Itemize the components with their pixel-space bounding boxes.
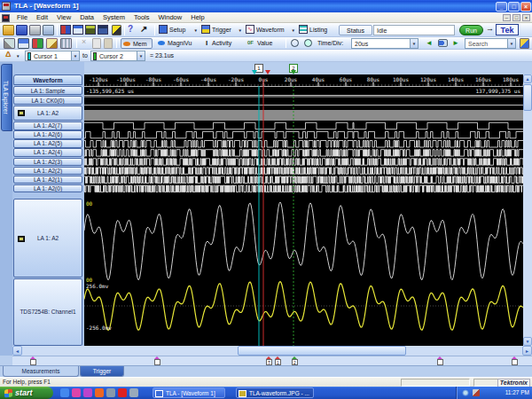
zoom-out-icon[interactable] xyxy=(291,39,299,47)
print-icon[interactable] xyxy=(29,25,41,35)
scroll-left-icon[interactable]: ◄ xyxy=(12,346,22,356)
delta-icon[interactable]: Δ xyxy=(5,50,11,59)
quicklaunch-icon-3[interactable] xyxy=(83,388,92,397)
cursor2-combo[interactable]: Cursor 2 ▼ xyxy=(90,51,145,61)
tray-network-icon[interactable] xyxy=(462,389,469,396)
chevron-down-icon[interactable]: ▼ xyxy=(507,39,515,48)
activity-button[interactable]: I Activity xyxy=(204,38,243,49)
quicklaunch-icon-7[interactable] xyxy=(129,388,138,397)
start-button[interactable]: start xyxy=(0,387,53,399)
open-icon[interactable] xyxy=(3,25,14,35)
scroll-right-icon[interactable]: ► xyxy=(522,346,532,356)
copy-icon[interactable] xyxy=(92,38,101,49)
tab-measurements[interactable]: Measurements xyxy=(3,366,79,377)
quicklaunch-icon-5[interactable] xyxy=(106,388,115,397)
chevron-down-icon[interactable]: ▼ xyxy=(71,51,79,60)
quicklaunch-icon-1[interactable] xyxy=(60,388,69,397)
taskbar-task-image[interactable]: TLA-waveform.JPG - ... xyxy=(236,387,314,398)
menu-item-window[interactable]: Window xyxy=(154,12,187,23)
waveform-label-bit[interactable]: LA 1: A2(2) xyxy=(13,167,82,176)
marker-pin[interactable]: 1 xyxy=(275,359,281,365)
help-icon[interactable]: ? xyxy=(128,24,133,34)
run-tool-icon[interactable]: ↗ xyxy=(140,24,147,34)
waveform-label-bit[interactable]: LA 1: A2(5) xyxy=(13,139,82,148)
status-button[interactable]: Status xyxy=(339,25,372,35)
cut-icon[interactable]: × xyxy=(82,37,86,46)
search-next-icon[interactable]: ► xyxy=(452,39,459,47)
quicklaunch-icon-2[interactable] xyxy=(72,388,81,397)
vertical-scrollbar[interactable]: ▲ ▼ xyxy=(523,74,532,346)
listing-button[interactable]: Listing xyxy=(299,25,334,35)
chevron-down-icon[interactable]: ▼ xyxy=(16,54,20,59)
waveform-plot[interactable]: -120us-100us-80us-60us-40us-20us0us20us4… xyxy=(84,74,523,346)
binoculars-icon[interactable] xyxy=(438,39,448,47)
marker-pin[interactable] xyxy=(154,359,160,365)
search-combo[interactable]: Search ▼ xyxy=(465,38,516,49)
waveform-label-bit[interactable]: LA 1: A2(1) xyxy=(13,176,82,184)
save-icon[interactable] xyxy=(16,25,27,35)
mdi-restore-button[interactable]: □ xyxy=(512,14,520,21)
edit-properties-icon[interactable] xyxy=(112,25,121,35)
quicklaunch-icon-4[interactable] xyxy=(95,388,104,397)
waveform-window-icon[interactable] xyxy=(85,25,96,35)
paste-icon[interactable] xyxy=(104,38,113,49)
setup-window-icon[interactable] xyxy=(60,25,71,35)
link-waveforms-icon[interactable] xyxy=(4,38,15,49)
mdi-minimize-button[interactable]: – xyxy=(503,14,511,21)
close-button[interactable]: × xyxy=(520,2,531,12)
menu-item-edit[interactable]: Edit xyxy=(32,12,52,23)
magnivu-button[interactable]: MagniVu xyxy=(156,38,200,49)
send-icon[interactable] xyxy=(43,25,54,35)
menu-item-view[interactable]: View xyxy=(52,12,75,23)
chevron-down-icon[interactable]: ▼ xyxy=(410,39,418,48)
vertical-scroll-thumb[interactable] xyxy=(523,84,532,111)
horizontal-scroll-thumb[interactable] xyxy=(238,346,406,356)
mem-button[interactable]: Mem xyxy=(121,38,153,49)
marker-pin[interactable] xyxy=(512,359,518,365)
listing-window-icon[interactable] xyxy=(98,25,108,35)
run-button[interactable]: Run xyxy=(459,25,483,35)
marker-pin[interactable]: T xyxy=(266,359,272,365)
taskbar-task-tla[interactable]: TLA - [Waveform 1] xyxy=(153,387,225,398)
search-options-icon[interactable] xyxy=(520,38,529,49)
menu-item-help[interactable]: Help xyxy=(186,12,208,23)
waveform-label-scope[interactable]: TDS7254B: Channel1 xyxy=(13,278,82,346)
maximize-button[interactable]: □ xyxy=(508,2,520,12)
waveform-label-bit[interactable]: LA 1: A2(4) xyxy=(13,148,82,157)
tla-explorer-tab[interactable]: TLA Explorer xyxy=(1,64,12,131)
search-prev-icon[interactable]: ◄ xyxy=(426,39,433,47)
go-to-mark-icon[interactable] xyxy=(32,38,43,49)
marker-pin[interactable]: 2 xyxy=(292,359,298,365)
menu-item-file[interactable]: File xyxy=(12,12,32,23)
waveform-label-clock[interactable]: LA 1: CK0(0) xyxy=(13,96,82,105)
marker-pin[interactable] xyxy=(437,359,443,365)
timediv-combo[interactable]: 20us ▼ xyxy=(351,38,419,49)
tab-trigger[interactable]: Trigger xyxy=(80,366,124,377)
scroll-down-icon[interactable]: ▼ xyxy=(523,337,532,346)
waveform-label-bit[interactable]: LA 1: A2(7) xyxy=(13,121,82,130)
menu-item-data[interactable]: Data xyxy=(75,12,98,23)
zoom-in-icon[interactable] xyxy=(304,39,312,47)
waveform-label-bit[interactable]: LA 1: A2(6) xyxy=(13,130,82,139)
menu-item-tools[interactable]: Tools xyxy=(129,12,154,23)
setup-button[interactable]: Setup ▼ xyxy=(159,25,198,35)
cursor1-combo[interactable]: Cursor 1 ▼ xyxy=(25,51,80,61)
trigger-button[interactable]: Trigger ▼ xyxy=(201,25,242,35)
tray-app-icon[interactable] xyxy=(473,389,480,396)
minimize-button[interactable]: _ xyxy=(496,2,507,12)
add-mark-icon[interactable] xyxy=(18,38,29,49)
marker-pin[interactable] xyxy=(30,359,36,365)
waveform-label-group[interactable]: LA 1: A2 xyxy=(13,106,82,121)
scroll-up-icon[interactable]: ▲ xyxy=(523,74,532,83)
trigger-window-icon[interactable] xyxy=(73,25,83,35)
menu-item-system[interactable]: System xyxy=(98,12,129,23)
grid-icon[interactable] xyxy=(60,38,72,49)
waveform-button[interactable]: ∿ Waveform ▼ xyxy=(246,25,295,35)
mdi-close-button[interactable]: × xyxy=(522,14,530,21)
waveform-label-bit[interactable]: LA 1: A2(3) xyxy=(13,158,82,167)
waveform-label-bit[interactable]: LA 1: A2(0) xyxy=(13,184,82,193)
waveform-label-sample[interactable]: LA 1: Sample xyxy=(13,86,82,95)
waveform-label-analog[interactable]: LA 1: A2 xyxy=(13,199,82,278)
quicklaunch-icon-6[interactable] xyxy=(118,388,127,397)
measure-icon[interactable] xyxy=(46,38,58,49)
